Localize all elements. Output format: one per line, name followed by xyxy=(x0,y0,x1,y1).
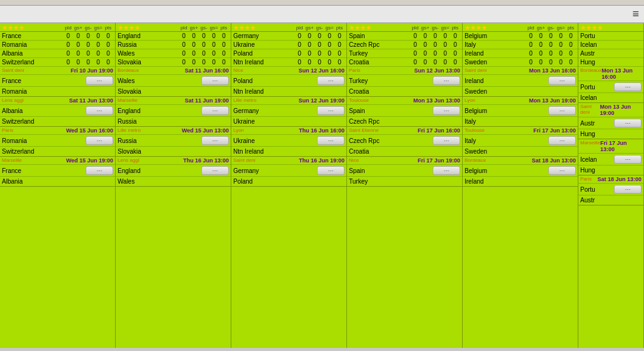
home-row-3-1: Spain--- xyxy=(347,105,462,117)
away-team-0-1: Switzerland xyxy=(2,118,113,125)
home-team-4-0: Ireland xyxy=(465,77,546,84)
home-team-0-0: France xyxy=(2,77,83,84)
score-btn-5-2[interactable]: --- xyxy=(614,155,641,164)
away-team-3-1: Czech Rpc xyxy=(349,118,460,125)
home-row-0-3: France--- xyxy=(0,165,115,177)
score-btn-5-3[interactable]: --- xyxy=(614,185,641,194)
score-btn-1-1[interactable]: --- xyxy=(201,106,229,115)
venue-2-2: Lyon xyxy=(233,127,244,134)
score-btn-0-1[interactable]: --- xyxy=(86,106,113,115)
team-name-1-3: Slovakia xyxy=(118,59,179,66)
score-btn-2-3[interactable]: --- xyxy=(317,166,345,175)
home-team-2-1: Germany xyxy=(233,107,314,114)
away-row-2-2: Ntn Ireland xyxy=(231,147,346,156)
group-header-0: ★★★★pldgs+gs-gs=pts xyxy=(0,23,115,32)
home-team-5-3: Portu xyxy=(580,186,611,193)
home-team-1-2: Russia xyxy=(118,137,199,144)
home-row-0-1: Albania--- xyxy=(0,105,115,117)
match-block-2-2: LyonThu 16 Jun 16:00Ukraine---Ntn Irelan… xyxy=(231,127,346,157)
away-team-3-3: Turkey xyxy=(349,178,460,185)
score-btn-1-0[interactable]: --- xyxy=(201,76,229,85)
team-name-2-0: Germany xyxy=(233,32,294,39)
home-row-0-0: France--- xyxy=(0,75,115,87)
score-btn-0-0[interactable]: --- xyxy=(86,76,113,85)
match-block-0-3: MarseilleWed 15 Jun 19:00France---Albani… xyxy=(0,157,115,187)
score-btn-4-1[interactable]: --- xyxy=(548,106,576,115)
home-row-1-1: England--- xyxy=(116,105,231,117)
titlebar xyxy=(0,0,644,6)
match-date-4-2: Fri 17 Jun 13:00 xyxy=(533,127,576,134)
standing-row-5-2: Austr xyxy=(578,49,643,58)
team-name-0-1: Romania xyxy=(2,41,63,48)
home-row-2-3: Germany--- xyxy=(231,165,346,177)
standing-row-0-2: Albania00000 xyxy=(0,49,115,58)
score-btn-4-0[interactable]: --- xyxy=(548,76,576,85)
score-btn-3-2[interactable]: --- xyxy=(433,136,460,145)
groups-grid: ★★★★pldgs+gs-gs=ptsFrance00000Romania000… xyxy=(0,23,644,348)
match-block-2-0: NiceSun 12 Jun 16:00Poland---Ntn Ireland xyxy=(231,67,346,97)
match-date-2-0: Sun 12 Jun 16:00 xyxy=(298,67,345,74)
venue-1-3: Lens aggl xyxy=(118,157,139,164)
group-col-5: ★★★★PortuIcelanAustrHungBordeauxMon 13 J… xyxy=(578,23,644,348)
venue-2-0: Nice xyxy=(233,67,243,74)
score-btn-0-3[interactable]: --- xyxy=(86,166,113,175)
match-block-1-1: MarseilleSat 11 Jun 19:00England---Russi… xyxy=(116,97,231,127)
score-btn-4-3[interactable]: --- xyxy=(548,166,576,175)
away-team-3-0: Croatia xyxy=(349,88,460,95)
score-btn-1-2[interactable]: --- xyxy=(201,136,229,145)
match-date-3-0: Sun 12 Jun 13:00 xyxy=(414,67,460,74)
group-col-labels-2: pldgs+gs-gs=pts xyxy=(294,25,345,31)
venue-4-3: Bordeaux xyxy=(465,157,486,164)
home-team-1-1: England xyxy=(118,107,199,114)
group-stars-4: ★★★★ xyxy=(465,24,526,31)
away-team-0-0: Romania xyxy=(2,88,113,95)
match-block-1-0: BordeauxSat 11 Jun 16:00Wales---Slovakia xyxy=(116,67,231,97)
team-name-0-0: France xyxy=(2,32,63,39)
team-name-3-2: Turkey xyxy=(349,50,410,57)
away-row-1-1: Russia xyxy=(116,117,231,126)
score-btn-2-0[interactable]: --- xyxy=(317,76,345,85)
match-date-4-0: Mon 13 Jun 16:00 xyxy=(529,67,576,74)
score-btn-5-0[interactable]: --- xyxy=(614,82,641,91)
team-name-0-2: Albania xyxy=(2,50,63,57)
standing-row-0-3: Switzerland00000 xyxy=(0,58,115,67)
score-btn-3-0[interactable]: --- xyxy=(433,76,460,85)
score-btn-2-2[interactable]: --- xyxy=(317,136,345,145)
app: ≡ ★★★★pldgs+gs-gs=ptsFrance00000Romania0… xyxy=(0,0,644,351)
standing-row-2-1: Ukraine00000 xyxy=(231,41,346,49)
away-row-1-2: Slovakia xyxy=(116,147,231,156)
home-row-2-0: Poland--- xyxy=(231,75,346,87)
score-btn-4-2[interactable]: --- xyxy=(548,136,576,145)
venue-0-2: Paris xyxy=(2,127,13,134)
score-btn-5-1[interactable]: --- xyxy=(614,119,641,127)
match-date-5-2: Fri 17 Jun 13:00 xyxy=(600,140,641,152)
match-date-5-1: Mon 13 Jun 19:00 xyxy=(600,104,641,116)
team-name-1-1: Russia xyxy=(118,41,179,48)
match-info-5-0: BordeauxMon 13 Jun 16:00 xyxy=(578,67,643,81)
score-btn-2-1[interactable]: --- xyxy=(317,106,345,115)
match-info-1-0: BordeauxSat 11 Jun 16:00 xyxy=(116,67,231,75)
standing-row-3-2: Turkey00000 xyxy=(347,49,462,58)
match-info-4-0: Saint deniMon 13 Jun 16:00 xyxy=(463,67,578,75)
match-date-1-3: Thu 16 Jun 13:00 xyxy=(183,157,229,164)
score-btn-3-3[interactable]: --- xyxy=(433,166,460,175)
score-btn-3-1[interactable]: --- xyxy=(433,106,460,115)
team-name-5-1: Icelan xyxy=(580,41,641,48)
away-row-4-1: Italy xyxy=(463,117,578,126)
home-row-5-2: Icelan--- xyxy=(578,154,643,166)
away-row-0-2: Switzerland xyxy=(0,147,115,156)
home-team-2-2: Ukraine xyxy=(233,137,314,144)
match-block-4-3: BordeauxSat 18 Jun 13:00Belgium---Irelan… xyxy=(463,157,578,187)
home-row-0-2: Romania--- xyxy=(0,135,115,147)
venue-3-1: Toulouse xyxy=(349,97,369,104)
match-block-0-2: ParisWed 15 Jun 16:00Romania---Switzerla… xyxy=(0,127,115,157)
menu-icon[interactable]: ≡ xyxy=(632,7,639,21)
match-info-2-2: LyonThu 16 Jun 16:00 xyxy=(231,127,346,135)
score-btn-1-3[interactable]: --- xyxy=(201,166,229,175)
away-team-4-1: Italy xyxy=(465,118,576,125)
home-row-4-3: Belgium--- xyxy=(463,165,578,177)
standing-row-3-1: Czech Rpc00000 xyxy=(347,41,462,49)
home-row-1-2: Russia--- xyxy=(116,135,231,147)
standing-row-4-1: Italy00000 xyxy=(463,41,578,49)
score-btn-0-2[interactable]: --- xyxy=(86,136,113,145)
